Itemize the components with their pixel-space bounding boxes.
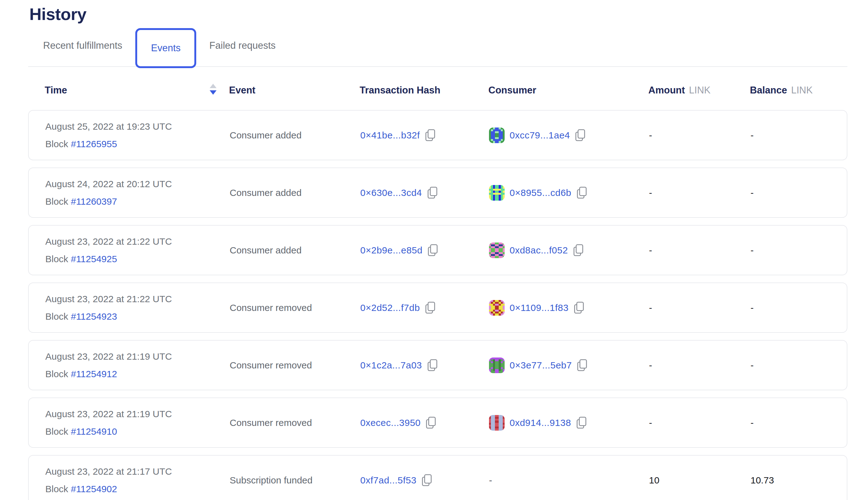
amount-value: - — [649, 188, 751, 198]
table-row: August 24, 2022 at 20:12 UTC Block #1126… — [28, 168, 847, 218]
history-panel: History Recent fulfillments Events Faile… — [0, 0, 868, 500]
tab-bar: Recent fulfillments Events Failed reques… — [28, 25, 847, 67]
column-header-transaction-hash: Transaction Hash — [359, 85, 440, 95]
table-row: August 23, 2022 at 21:17 UTC Block #1125… — [28, 455, 847, 500]
consumer-avatar — [489, 415, 505, 431]
block-number-link[interactable]: #11260397 — [71, 196, 117, 207]
block-label: Block — [45, 254, 68, 264]
block-number-link[interactable]: #11254923 — [71, 311, 117, 321]
table-header: Time Event Transaction Hash Consumer Amo… — [28, 67, 847, 110]
column-header-amount: Amount — [648, 85, 685, 95]
transaction-hash-link[interactable]: 0×2b9e...e85d — [360, 245, 422, 255]
block-label: Block — [45, 311, 68, 321]
copy-icon[interactable] — [427, 244, 438, 257]
event-type: Consumer removed — [230, 360, 360, 371]
copy-icon[interactable] — [427, 359, 438, 372]
block-label: Block — [45, 426, 68, 436]
transaction-hash-link[interactable]: 0×41be...b32f — [360, 130, 420, 141]
block-number-link[interactable]: #11254910 — [71, 426, 117, 436]
copy-icon[interactable] — [573, 244, 584, 257]
amount-value: - — [649, 418, 751, 428]
consumer-address-link[interactable]: 0×8955...cd6b — [510, 188, 571, 198]
event-type: Consumer removed — [230, 303, 360, 313]
balance-unit-label: LINK — [791, 85, 813, 95]
consumer-address-link[interactable]: 0xd8ac...f052 — [510, 245, 568, 255]
balance-value: - — [751, 418, 847, 428]
copy-icon[interactable] — [425, 416, 436, 429]
copy-icon[interactable] — [575, 129, 585, 142]
transaction-hash-link[interactable]: 0×630e...3cd4 — [360, 188, 422, 198]
balance-value: - — [751, 130, 847, 141]
sort-descending-icon[interactable] — [210, 84, 217, 95]
block-number-link[interactable]: #11254902 — [71, 484, 117, 494]
block-number-link[interactable]: #11265955 — [71, 139, 117, 149]
table-row: August 23, 2022 at 21:22 UTC Block #1125… — [28, 225, 847, 275]
tab-recent-fulfillments[interactable]: Recent fulfillments — [43, 40, 122, 51]
copy-icon[interactable] — [425, 129, 436, 142]
row-timestamp: August 23, 2022 at 21:17 UTC — [45, 466, 230, 477]
block-label: Block — [45, 196, 68, 207]
row-timestamp: August 23, 2022 at 21:19 UTC — [45, 409, 230, 419]
row-timestamp: August 23, 2022 at 21:22 UTC — [45, 236, 230, 247]
event-type: Subscription funded — [230, 475, 360, 486]
table-row: August 23, 2022 at 21:19 UTC Block #1125… — [28, 398, 847, 448]
page-title: History — [30, 4, 847, 24]
amount-value: - — [649, 303, 751, 313]
consumer-avatar — [489, 300, 505, 316]
row-timestamp: August 23, 2022 at 21:22 UTC — [45, 294, 230, 304]
row-timestamp: August 23, 2022 at 21:19 UTC — [45, 351, 230, 362]
consumer-avatar — [489, 185, 505, 201]
consumer-address-link[interactable]: 0×1109...1f83 — [510, 303, 569, 313]
transaction-hash-link[interactable]: 0×2d52...f7db — [360, 303, 420, 313]
events-table-body: August 25, 2022 at 19:23 UTC Block #1126… — [28, 110, 847, 500]
balance-value: - — [751, 188, 847, 198]
block-number-link[interactable]: #11254925 — [71, 254, 117, 264]
transaction-hash-link[interactable]: 0×1c2a...7a03 — [360, 360, 422, 371]
tab-events[interactable]: Events — [135, 28, 196, 68]
table-row: August 23, 2022 at 21:22 UTC Block #1125… — [28, 283, 847, 333]
column-header-balance: Balance — [750, 85, 787, 95]
copy-icon[interactable] — [427, 186, 438, 200]
consumer-address-link[interactable]: 0xcc79...1ae4 — [510, 130, 570, 141]
table-row: August 23, 2022 at 21:19 UTC Block #1125… — [28, 340, 847, 390]
balance-value: - — [751, 360, 847, 371]
consumer-address-link[interactable]: 0xd914...9138 — [510, 418, 571, 428]
block-number-link[interactable]: #11254912 — [71, 369, 117, 379]
amount-value: - — [649, 360, 751, 371]
copy-icon[interactable] — [425, 301, 436, 314]
event-type: Consumer added — [230, 188, 360, 198]
consumer-avatar — [489, 242, 505, 258]
amount-value: - — [649, 130, 751, 141]
copy-icon[interactable] — [576, 416, 587, 429]
block-label: Block — [45, 369, 68, 379]
event-type: Consumer added — [230, 245, 360, 255]
column-header-time: Time — [45, 85, 67, 95]
amount-value: 10 — [649, 475, 751, 486]
copy-icon[interactable] — [577, 359, 587, 372]
balance-value: 10.73 — [751, 475, 847, 486]
tab-failed-requests[interactable]: Failed requests — [209, 40, 276, 51]
transaction-hash-link[interactable]: 0xf7ad...5f53 — [360, 475, 416, 486]
balance-value: - — [751, 245, 847, 255]
column-header-event: Event — [229, 85, 255, 95]
event-type: Consumer removed — [230, 418, 360, 428]
amount-value: - — [649, 245, 751, 255]
amount-unit-label: LINK — [689, 85, 710, 95]
balance-value: - — [751, 303, 847, 313]
consumer-avatar — [489, 357, 505, 373]
row-timestamp: August 25, 2022 at 19:23 UTC — [45, 121, 230, 132]
transaction-hash-link[interactable]: 0xecec...3950 — [360, 418, 421, 428]
block-label: Block — [45, 139, 68, 149]
table-row: August 25, 2022 at 19:23 UTC Block #1126… — [28, 110, 847, 160]
column-header-consumer: Consumer — [488, 85, 536, 95]
block-label: Block — [45, 484, 68, 494]
consumer-avatar — [489, 127, 505, 143]
copy-icon[interactable] — [574, 301, 584, 314]
consumer-address-link: - — [489, 475, 492, 486]
event-type: Consumer added — [230, 130, 360, 141]
consumer-address-link[interactable]: 0×3e77...5eb7 — [510, 360, 572, 371]
copy-icon[interactable] — [576, 186, 587, 200]
row-timestamp: August 24, 2022 at 20:12 UTC — [45, 179, 230, 189]
copy-icon[interactable] — [422, 474, 432, 487]
